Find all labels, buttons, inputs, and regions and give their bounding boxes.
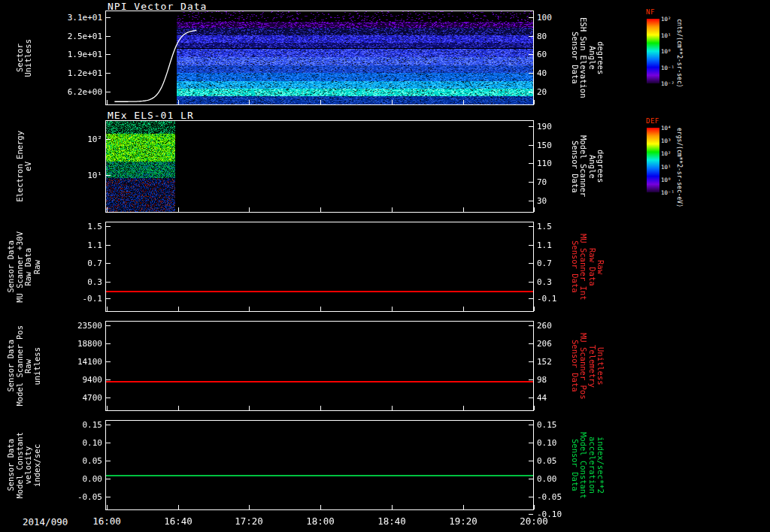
y-tick-mark-right bbox=[529, 263, 533, 264]
x-tick-label: 18:40 bbox=[371, 515, 413, 527]
axis-label-line: velocity bbox=[24, 446, 33, 485]
y-tick-label: 0.00 bbox=[35, 475, 102, 483]
colorbar-tick-label: 10⁰ bbox=[661, 177, 671, 183]
colorbar-def-title: DEF bbox=[646, 117, 659, 125]
colorbar-nf bbox=[647, 19, 659, 83]
y-tick-mark bbox=[106, 425, 111, 425]
y-tick-label: 1.5 bbox=[35, 222, 102, 231]
y-tick-label: -0.1 bbox=[35, 295, 102, 303]
x-tick-mark bbox=[249, 505, 250, 509]
y-tick-mark-right bbox=[529, 443, 533, 443]
y-tick-mark bbox=[106, 361, 111, 362]
right-axis-label-line: degrees bbox=[596, 150, 605, 183]
y-tick-mark-right bbox=[529, 325, 533, 326]
colorbar-tick-label: 10⁻² bbox=[661, 81, 675, 87]
right-axis-label-line: Telemetry bbox=[587, 345, 596, 388]
y-tick-mark-right bbox=[529, 36, 533, 37]
x-tick-mark bbox=[178, 406, 179, 410]
right-axis-label-line: index/sec**2 bbox=[596, 437, 605, 494]
colorbar-def bbox=[647, 128, 659, 192]
y-tick-mark-right bbox=[529, 361, 533, 362]
y-tick-label: 18800 bbox=[35, 340, 102, 348]
x-tick-mark bbox=[463, 505, 464, 509]
y-tick-mark-right bbox=[529, 343, 533, 344]
y-tick-mark bbox=[106, 226, 111, 227]
x-tick-mark bbox=[107, 207, 108, 212]
axis-label-line: Sensor Data bbox=[7, 240, 16, 293]
data-line-red-2 bbox=[106, 381, 533, 382]
lineplot-model-scanner-pos bbox=[105, 321, 534, 411]
panel-title-els: MEx ELS-01 LR bbox=[108, 110, 194, 121]
x-tick-mark bbox=[534, 505, 535, 509]
y-tick-mark bbox=[106, 397, 111, 398]
x-tick-mark bbox=[107, 100, 108, 104]
x-tick-mark bbox=[249, 406, 250, 410]
y-tick-mark-right bbox=[529, 425, 533, 425]
axis-label-line: Raw bbox=[24, 359, 33, 373]
axis-label-line: Unitless bbox=[24, 39, 33, 77]
x-tick-label: 20:00 bbox=[513, 515, 555, 527]
y-tick-mark-right bbox=[529, 397, 533, 398]
x-tick-mark bbox=[463, 307, 464, 311]
y-tick-mark-right bbox=[529, 245, 533, 246]
right-axis-label-line: MU Scanner Int bbox=[579, 234, 588, 301]
y-tick-mark-right bbox=[529, 379, 533, 380]
lineplot-model-constant bbox=[105, 420, 534, 510]
y-tick-label: 1.1 bbox=[35, 241, 102, 249]
x-tick-mark bbox=[107, 307, 108, 311]
y-tick-label: 3.1e+01 bbox=[35, 14, 102, 22]
y-tick-mark-right bbox=[529, 461, 533, 461]
y-tick-mark-right bbox=[529, 92, 533, 92]
x-tick-mark bbox=[463, 207, 464, 212]
right-axis-label-line: Sensor Data bbox=[570, 439, 579, 491]
x-tick-mark bbox=[249, 207, 250, 212]
x-tick-mark bbox=[320, 207, 321, 212]
y-tick-label: 0.3 bbox=[35, 278, 102, 286]
right-axis-label-line: Angle bbox=[587, 46, 596, 70]
y-tick-mark-right bbox=[529, 226, 533, 227]
axis-label-line: Sensor Data bbox=[7, 439, 16, 491]
y-tick-mark-right bbox=[529, 73, 533, 74]
y-tick-mark bbox=[106, 36, 111, 37]
x-tick-mark bbox=[534, 207, 535, 212]
colorbar-tick-label: 10⁻¹ bbox=[661, 190, 675, 196]
x-tick-mark bbox=[534, 307, 535, 311]
y-tick-mark bbox=[106, 263, 111, 264]
right-axis-label-line: Sensor Data bbox=[570, 240, 579, 293]
y-tick-mark-right bbox=[529, 163, 533, 164]
x-tick-label: 18:00 bbox=[299, 515, 341, 527]
colorbar-tick-label: 10¹ bbox=[661, 165, 671, 171]
x-tick-mark bbox=[463, 406, 464, 410]
y-tick-mark bbox=[106, 175, 111, 176]
y-tick-label: 0.7 bbox=[35, 259, 102, 268]
axis-label-line: Raw bbox=[33, 260, 42, 274]
y-tick-mark-right bbox=[529, 126, 533, 127]
y-tick-mark bbox=[106, 497, 111, 497]
y-tick-label: 6.2e+00 bbox=[35, 88, 102, 96]
axis-label-line: Raw Data bbox=[24, 248, 33, 286]
y-tick-mark-right bbox=[529, 17, 533, 18]
colorbar-nf-title: NF bbox=[646, 8, 655, 16]
right-axis-label-line: MU Scanner Pos bbox=[579, 333, 588, 400]
y-tick-mark bbox=[106, 443, 111, 443]
lineplot-mu-scanner-raw bbox=[105, 222, 534, 312]
y-tick-label: 10² bbox=[35, 135, 102, 144]
y-tick-mark bbox=[106, 461, 111, 461]
y-tick-mark bbox=[106, 139, 111, 140]
y-tick-mark bbox=[106, 92, 111, 92]
x-tick-mark bbox=[178, 100, 179, 104]
x-tick-mark bbox=[107, 406, 108, 410]
x-tick-mark bbox=[249, 100, 250, 104]
right-axis-label: Sensor DataMU Scanner PosTelemetryUnitle… bbox=[565, 321, 609, 411]
axis-label-line: index/sec bbox=[33, 444, 42, 487]
right-axis-label-line: Raw bbox=[596, 260, 605, 274]
heatmap-els-energy bbox=[105, 120, 534, 213]
x-tick-mark bbox=[392, 307, 393, 311]
colorbar-tick-label: 10⁻¹ bbox=[661, 65, 675, 71]
y-axis-label: Sensor DataModel Scanner PosRawunitless bbox=[6, 321, 42, 411]
y-tick-label: 1.2e+01 bbox=[35, 69, 102, 77]
x-tick-mark bbox=[320, 406, 321, 410]
y-tick-mark-right bbox=[529, 298, 533, 299]
y-tick-label: -0.05 bbox=[35, 493, 102, 501]
x-tick-mark bbox=[534, 100, 535, 104]
